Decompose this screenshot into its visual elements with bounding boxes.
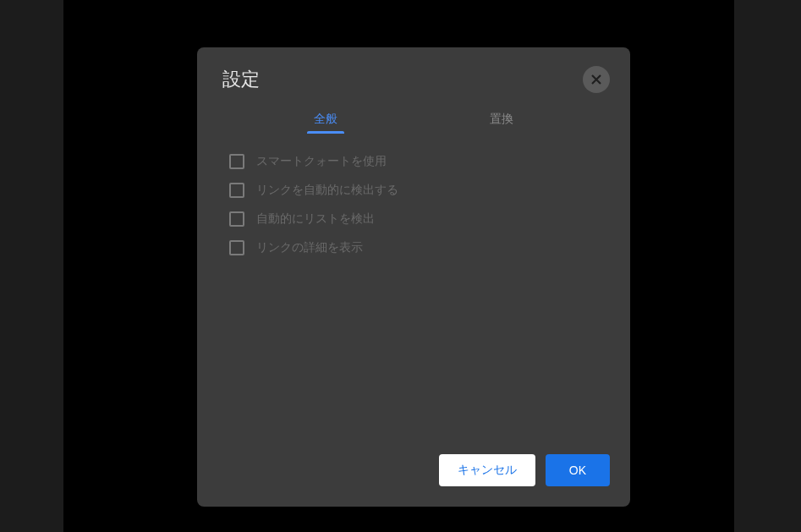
settings-dialog: 設定 全般 置換 スマートクォートを使用 リンクを自動的に検出する 自動的にリス…: [197, 47, 630, 507]
checkbox-link-details[interactable]: [229, 240, 244, 255]
backdrop-right: [734, 0, 801, 532]
dialog-footer: キャンセル OK: [197, 441, 630, 507]
tab-replace[interactable]: 置換: [490, 112, 513, 134]
option-label: リンクの詳細を表示: [256, 240, 363, 255]
option-row: 自動的にリストを検出: [229, 211, 598, 227]
tabs: 全般 置換: [197, 100, 630, 134]
option-label: 自動的にリストを検出: [256, 211, 375, 227]
option-row: スマートクォートを使用: [229, 154, 598, 169]
backdrop-left: [0, 0, 63, 532]
option-row: リンクを自動的に検出する: [229, 183, 598, 198]
option-label: スマートクォートを使用: [256, 154, 387, 169]
checkbox-auto-links[interactable]: [229, 183, 244, 198]
dialog-header: 設定: [197, 47, 630, 100]
checkbox-auto-lists[interactable]: [229, 211, 244, 227]
close-button[interactable]: [583, 66, 610, 93]
checkbox-smart-quotes[interactable]: [229, 154, 244, 169]
option-row: リンクの詳細を表示: [229, 240, 598, 255]
close-icon: [590, 73, 603, 86]
tab-general[interactable]: 全般: [314, 112, 337, 134]
cancel-button[interactable]: キャンセル: [439, 454, 535, 486]
ok-button[interactable]: OK: [546, 454, 610, 486]
option-label: リンクを自動的に検出する: [256, 183, 398, 198]
options-list: スマートクォートを使用 リンクを自動的に検出する 自動的にリストを検出 リンクの…: [197, 134, 630, 441]
dialog-title: 設定: [222, 67, 260, 92]
